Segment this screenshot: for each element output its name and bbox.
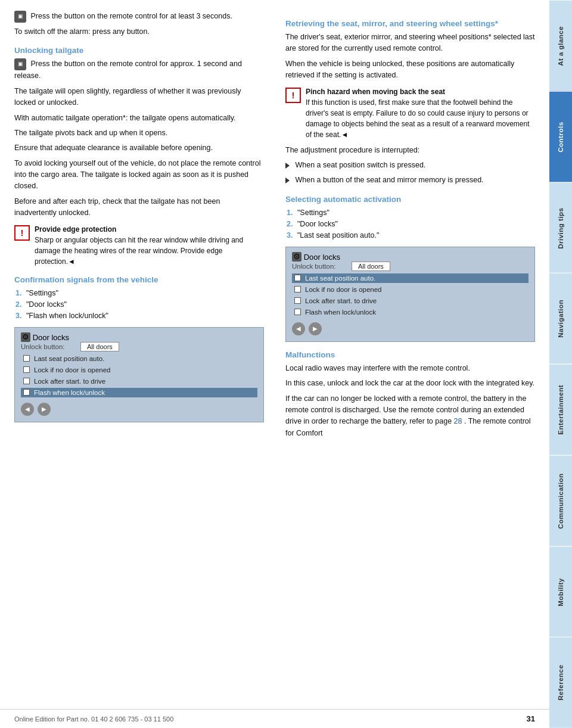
page-number: 31 [527,714,535,723]
door-locks-screen-right: ⚙ Door locks Unlock button: All doors La… [285,247,535,342]
warning-title: Provide edge protection [35,224,264,235]
warning-pinch-hazard: ! Pinch hazard when moving back the seat… [285,86,535,140]
list-item: 1. "Settings" [14,288,264,299]
selecting-activation-heading: Selecting automatic activation [285,195,535,204]
retrieving-settings-section: Retrieving the seat, mirror, and steerin… [285,19,535,140]
unlocking-para4: The tailgate pivots back and up when it … [14,127,264,139]
checkbox-row-0-left: Last seat position auto. [21,354,257,363]
unlocking-para2: The tailgate will open slightly, regardl… [14,86,264,109]
malfunctions-section: Malfunctions Local radio waves may inter… [285,350,535,439]
screen-body-right: Last seat position auto. Lock if no door… [292,273,529,319]
checkbox-1-right [294,286,301,293]
sidebar-tab-mobility[interactable]: Mobility [549,546,572,637]
checkbox-1-left [23,366,30,373]
screen-title-right: ⚙ Door locks [292,252,529,262]
confirmation-signals-heading: Confirmation signals from the vehicle [14,275,264,284]
pinch-warning-body: If this function is used, first make sur… [306,98,530,139]
page-link[interactable]: 28 [454,417,462,425]
warning-edge-protection: ! Provide edge protection Sharp or angul… [14,224,264,267]
right-column: Retrieving the seat, mirror, and steerin… [281,11,535,443]
unlock-button-row-left: Unlock button: All doors [21,342,257,351]
list-item: 2. "Door locks" [14,299,264,310]
sidebar-tab-driving-tips[interactable]: Driving tips [549,182,572,273]
pinch-warning-title: Pinch hazard when moving back the seat [306,86,535,97]
nav-right-btn-right[interactable]: ▶ [309,322,322,335]
footer-text: Online Edition for Part no. 01 40 2 606 … [14,715,173,723]
nav-left-btn[interactable]: ◀ [21,403,34,416]
list-item: 3. "Flash when lock/unlock" [14,310,264,322]
arrow-icon-2 [285,178,290,183]
nav-left-btn-right[interactable]: ◀ [292,322,305,335]
unlocking-tailgate-section: Unlocking tailgate ▣ Press the button on… [14,46,264,266]
sidebar-tab-controls[interactable]: Controls [549,91,572,182]
unlocking-para6: To avoid locking yourself out of the veh… [14,158,264,192]
malfunctions-heading: Malfunctions [285,350,535,359]
main-content: ▣ Press the button on the remote control… [0,0,549,728]
sidebar-tab-communication[interactable]: Communication [549,455,572,546]
door-locks-screen-left: ⚙ Door locks Unlock button: All doors La… [14,327,264,422]
unlock-label-right: Unlock button: [292,263,352,270]
adjustment-intro: The adjustment procedure is interrupted: [285,145,535,156]
malfunctions-para3: If the car can no longer be locked with … [285,393,535,440]
sidebar-tab-entertainment[interactable]: Entertainment [549,364,572,455]
adj-item-1: When a seat position switch is pressed. [285,160,535,171]
unlock-label-left: Unlock button: [21,343,80,350]
nav-right-btn[interactable]: ▶ [38,403,51,416]
unlock-button-row-right: Unlock button: All doors [292,262,529,271]
confirmation-signals-section: Confirmation signals from the vehicle 1.… [14,275,264,422]
retrieving-para1: The driver's seat, exterior mirror, and … [285,32,535,55]
retrieving-settings-heading: Retrieving the seat, mirror, and steerin… [285,19,535,28]
checkbox-row-0-right: Last seat position auto. [292,273,529,283]
checkbox-row-3-left: Flash when lock/unlock [21,388,257,397]
remote-control-icon: ▣ [14,11,26,23]
checkbox-row-2-right: Lock after start. to drive [292,296,529,306]
intro-section: ▣ Press the button on the remote control… [14,11,264,38]
unlock-value-left: All doors [80,342,119,351]
door-locks-icon-left: ⚙ [21,332,30,342]
list-num: 2. [287,220,293,228]
warning-icon-right: ! [285,88,301,103]
warning-text-block: Provide edge protection Sharp or angular… [35,224,264,267]
confirmation-list: 1. "Settings" 2. "Door locks" 3. "Flash … [14,288,264,322]
list-item: 3. "Last seat position auto." [285,230,535,241]
adjustment-interrupted-section: The adjustment procedure is interrupted:… [285,145,535,186]
unlocking-para7: Before and after each trip, check that t… [14,196,264,219]
warning-text-right: Pinch hazard when moving back the seat I… [306,86,535,140]
sidebar: At a glance Controls Driving tips Naviga… [549,0,572,728]
screen-wrapper-left: Last seat position auto. Lock if no door… [21,354,257,399]
arrow-icon-1 [285,163,290,169]
checkbox-2-left [23,378,30,384]
checkbox-3-left [23,389,30,396]
footer: Online Edition for Part no. 01 40 2 606 … [0,709,549,728]
list-num: 3. [287,231,293,239]
screen-wrapper-right: Last seat position auto. Lock if no door… [292,273,529,319]
sidebar-tab-at-a-glance[interactable]: At a glance [549,0,572,91]
list-item: 1. "Settings" [285,207,535,219]
checkbox-row-2-left: Lock after start. to drive [21,377,257,386]
retrieving-para2: When the vehicle is being unlocked, thes… [285,58,535,82]
door-locks-icon-right: ⚙ [292,252,301,262]
list-num: 1. [15,289,21,297]
list-num: 2. [15,300,21,309]
list-item: 2. "Door locks" [285,219,535,230]
checkbox-row-3-right: Flash when lock/unlock [292,307,529,317]
checkbox-0-right [294,275,301,281]
sidebar-tab-reference[interactable]: Reference [549,637,572,728]
checkbox-3-right [294,309,301,315]
screen-nav-right: ◀ ▶ [292,322,529,335]
adj-item-2: When a button of the seat and mirror mem… [285,175,535,186]
sidebar-tab-navigation[interactable]: Navigation [549,273,572,364]
checkbox-row-1-right: Lock if no door is opened [292,285,529,294]
unlocking-para3: With automatic tailgate operation*: the … [14,113,264,124]
screen-nav-left: ◀ ▶ [21,403,257,416]
screen-body-left: Last seat position auto. Lock if no door… [21,354,257,399]
unlocking-para5: Ensure that adequate clearance is availa… [14,142,264,154]
unlocking-para1: ▣ Press the button on the remote control… [14,58,264,82]
intro-para2: To switch off the alarm: press any butto… [14,26,264,38]
screen-title-left: ⚙ Door locks [21,332,257,342]
intro-para1: ▣ Press the button on the remote control… [14,11,264,23]
list-num: 3. [15,312,21,320]
list-num: 1. [287,209,293,217]
unlock-value-right: All doors [352,262,390,271]
selecting-activation-section: Selecting automatic activation 1. "Setti… [285,195,535,342]
